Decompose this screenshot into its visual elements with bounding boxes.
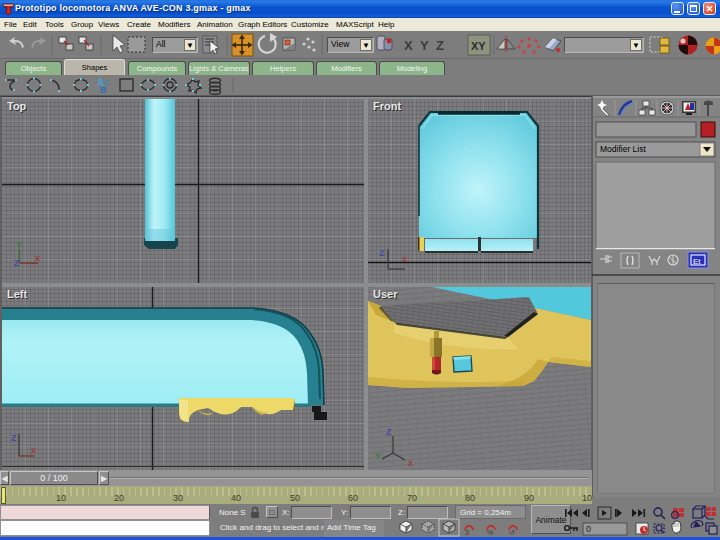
svg-text:Modifier List: Modifier List	[600, 144, 646, 154]
svg-text:Z: Z	[386, 427, 392, 437]
svg-text:Z: Z	[379, 248, 385, 258]
svg-text:Z: Z	[11, 433, 17, 443]
svg-text:XY: XY	[471, 40, 486, 52]
svg-text:x: x	[35, 253, 40, 263]
svg-text:Y: Y	[375, 451, 381, 461]
svg-text:Z: Z	[436, 38, 444, 53]
svg-text:x: x	[402, 254, 407, 264]
svg-text:Z: Z	[14, 258, 20, 268]
svg-text:↺: ↺	[509, 529, 515, 536]
svg-text:3: 3	[465, 529, 469, 536]
svg-text:x: x	[31, 445, 36, 455]
svg-text:0: 0	[586, 524, 591, 534]
svg-text:Y: Y	[420, 38, 429, 53]
svg-text:%: %	[487, 529, 493, 536]
svg-text:Y: Y	[16, 240, 22, 250]
svg-text:x: x	[408, 458, 413, 468]
svg-text:B: B	[100, 85, 107, 95]
svg-text:X: X	[404, 38, 413, 53]
svg-text:Et: Et	[693, 257, 701, 266]
